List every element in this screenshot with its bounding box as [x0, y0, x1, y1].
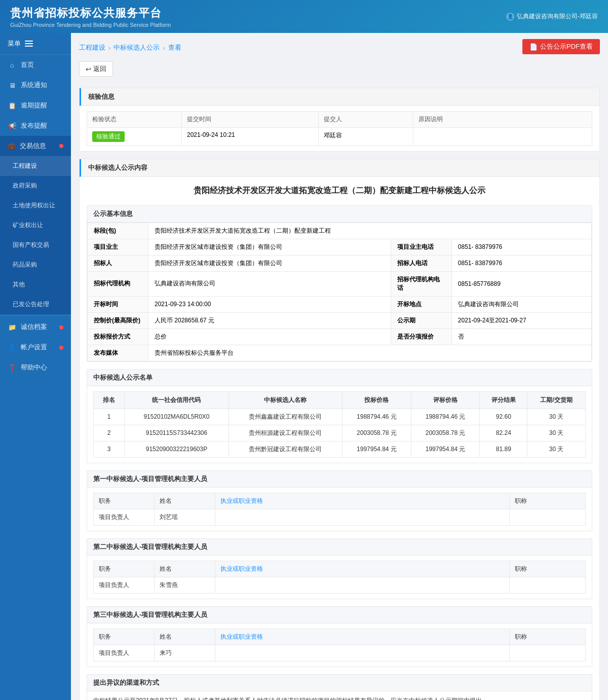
sidebar-item-publish[interactable]: 📢 发布提醒	[0, 116, 71, 136]
pers-name: 朱雪燕	[155, 577, 215, 593]
field-label: 标段(包)	[88, 223, 148, 239]
cell-rank: 1	[94, 409, 125, 425]
basic-info-card: 公示基本信息 标段(包) 贵阳经济技术开发区开发大道拓宽改造工程（二期）配变新建…	[87, 205, 592, 362]
cell-bid-price: 1997954.84 元	[343, 441, 411, 457]
first-candidate-personnel-card: 第一中标候选人-项目管理机构主要人员 职务 姓名 执业或职业资格 职称	[87, 470, 592, 531]
hamburger-icon	[25, 41, 33, 47]
col-bid-price: 投标价格	[343, 391, 411, 409]
sidebar-publish-label: 发布提醒	[21, 121, 47, 130]
field-value: 2021-09-23 14:00:00	[148, 296, 391, 312]
breadcrumb-item-1[interactable]: 工程建设	[79, 43, 105, 52]
verify-reason-cell	[413, 128, 592, 145]
account-icon: 👤	[8, 343, 17, 352]
sidebar-home-label: 首页	[21, 60, 34, 69]
clock-icon: 📋	[8, 101, 17, 110]
verify-header-submitter: 提交人	[319, 112, 413, 127]
notice-content: 贵阳经济技术开发区开发大道拓宽改造工程（二期）配变新建工程中标候选人公示 公示基…	[80, 177, 599, 700]
field-label: 招标人电话	[391, 255, 451, 271]
sidebar-sub-land[interactable]: 土地使用权出让	[0, 196, 71, 215]
field-value: 贵阳经济开发区城市建设投资（集团）有限公司	[148, 255, 391, 271]
sidebar-item-help[interactable]: ❓ 帮助中心	[0, 357, 71, 378]
cell-eval-price: 1988794.46 元	[411, 409, 480, 425]
field-label: 项目业主	[88, 239, 148, 255]
sub-mineral-label: 矿业权出让	[13, 221, 43, 230]
sub-other-label: 其他	[13, 280, 25, 289]
field-value: 0851-85776889	[451, 271, 591, 296]
sub-state-assets-label: 国有产权交易	[13, 241, 49, 249]
verify-status-badge: 核验通过	[92, 131, 125, 142]
sub-medicine-label: 药品采购	[13, 261, 37, 269]
candidate-list-title: 中标候选人公示名单	[87, 370, 592, 386]
notice-section-title: 中标候选人公示内容	[80, 159, 599, 177]
table-row: 控制价(最高限价) 人民币 2028658.67 元 公示期 2021-09-2…	[88, 312, 592, 328]
sidebar-sub-engineering[interactable]: 工程建设	[0, 156, 71, 176]
cell-bid-price: 2003058.78 元	[343, 425, 411, 441]
table-row: 项目负责人 来巧	[94, 645, 586, 661]
sidebar-sub-medicine[interactable]: 药品采购	[0, 255, 71, 275]
table-row: 招标代理机构 弘典建设咨询有限公司 招标代理机构电话 0851-85776889	[88, 271, 592, 296]
pdf-button[interactable]: 📄 公告公示PDF查看	[522, 39, 600, 54]
site-title-cn: 贵州省招标投标公共服务平台	[10, 6, 171, 21]
sidebar-sub-state-assets[interactable]: 国有产权交易	[0, 235, 71, 255]
account-label: 帐户设置	[21, 343, 47, 352]
cell-name: 贵州黔冠建设工程有限公司	[229, 441, 342, 457]
sidebar-sub-published[interactable]: 已发公告处理	[0, 294, 71, 314]
table-row: 1 91520102MA6DL5R0X0 贵州鑫鑫建设工程有限公司 198879…	[94, 409, 586, 425]
table-row: 标段(包) 贵阳经济技术开发区开发大道拓宽改造工程（二期）配变新建工程	[88, 223, 592, 239]
header-user: 👤 弘典建设咨询有限公司-邓廷容	[506, 12, 598, 21]
table-row: 项目负责人 朱雪燕	[94, 577, 586, 593]
field-label: 招标代理机构	[88, 271, 148, 296]
sidebar-sub-other[interactable]: 其他	[0, 275, 71, 294]
candidate-table: 排名 统一社会信用代码 中标候选人名称 投标价格 评标价格 评分结果 工期/交货…	[93, 391, 586, 458]
notice-section: 中标候选人公示内容 贵阳经济技术开发区开发大道拓宽改造工程（二期）配变新建工程中…	[79, 159, 600, 700]
second-personnel-table: 职务 姓名 执业或职业资格 职称 项目负责人 朱雪燕	[93, 561, 586, 594]
dispute-title: 提出异议的渠道和方式	[87, 674, 592, 691]
menu-toggle[interactable]: 菜单	[0, 33, 71, 55]
pers-col-qual: 执业或职业资格	[215, 629, 510, 645]
table-row: 3 91520900322219603P 贵州黔冠建设工程有限公司 199795…	[94, 441, 586, 457]
page-header: 贵州省招标投标公共服务平台 GuiZhou Province Tendering…	[0, 0, 608, 33]
trade-badge	[59, 144, 63, 148]
site-title-en: GuiZhou Province Tendering and Bidding P…	[10, 22, 171, 28]
cell-rank: 2	[94, 425, 125, 441]
verify-submitter-cell: 邓廷容	[319, 128, 413, 145]
back-button[interactable]: ↩ 返回	[79, 61, 113, 77]
field-label: 公示期	[391, 312, 451, 328]
col-score: 评分结果	[480, 391, 527, 409]
help-icon: ❓	[8, 363, 17, 372]
credit-icon: 📁	[8, 322, 17, 331]
cell-eval-price: 1997954.84 元	[411, 441, 480, 457]
sidebar-item-account[interactable]: 👤 帐户设置	[0, 337, 71, 357]
field-label: 是否分项报价	[391, 328, 451, 345]
sidebar-item-credit[interactable]: 📁 诚信档案	[0, 317, 71, 337]
sidebar-item-overdue[interactable]: 📋 逾期提醒	[0, 95, 71, 116]
field-label: 投标报价方式	[88, 328, 148, 345]
user-icon: 👤	[506, 13, 514, 21]
breadcrumb-item-2[interactable]: 中标候选人公示	[113, 43, 160, 52]
pers-col-position: 职务	[94, 493, 155, 509]
trade-icon: 💼	[8, 142, 16, 150]
bell-icon: 🖥	[8, 81, 17, 90]
account-badge	[59, 344, 63, 351]
pers-col-name: 姓名	[155, 493, 215, 509]
sidebar-sub-gov-purchase[interactable]: 政府采购	[0, 176, 71, 196]
cell-rank: 3	[94, 441, 125, 457]
table-row: 投标报价方式 总价 是否分项报价 否	[88, 328, 592, 345]
verify-status-cell: 核验通过	[87, 128, 182, 145]
field-value: 人民币 2028658.67 元	[148, 312, 391, 328]
verify-header-reason: 原因说明	[413, 112, 592, 127]
sidebar-sub-mineral[interactable]: 矿业权出让	[0, 215, 71, 235]
pers-col-name: 姓名	[155, 629, 215, 645]
sidebar-item-trade[interactable]: 💼 交易信息	[0, 136, 71, 156]
field-value: 弘典建设咨询有限公司	[148, 271, 391, 296]
second-candidate-personnel-card: 第二中标候选人-项目管理机构主要人员 职务 姓名 执业或职业资格 职称	[87, 538, 592, 599]
sidebar-item-notify[interactable]: 🖥 系统通知	[0, 75, 71, 95]
breadcrumb-sep-2: ›	[163, 44, 165, 52]
sidebar-item-home[interactable]: ⌂ 首页	[0, 55, 71, 75]
pers-col-qual: 执业或职业资格	[215, 493, 510, 509]
pers-name: 刘艺瑶	[155, 509, 215, 525]
cell-eval-price: 2003058.78 元	[411, 425, 480, 441]
field-value: 2021-09-24至2021-09-27	[451, 312, 591, 328]
field-value: 总价	[148, 328, 391, 345]
col-name: 中标候选人名称	[229, 391, 342, 409]
